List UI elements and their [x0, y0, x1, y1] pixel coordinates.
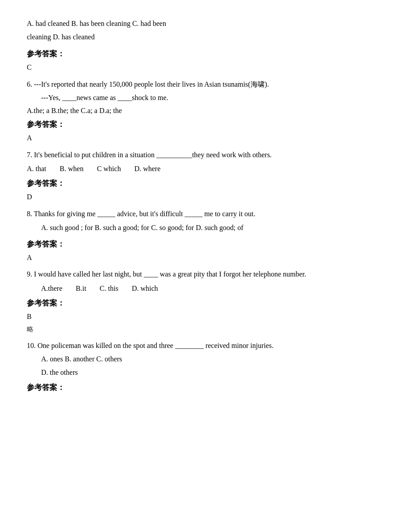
- q8-section: 8. Thanks for giving me _____ advice, bu…: [27, 208, 384, 264]
- q9-answer-label: 参考答案：: [27, 297, 384, 309]
- q7-option-d: D. where: [134, 163, 161, 175]
- q9-note: 略: [27, 324, 384, 335]
- q5-section: A. had cleaned B. has been cleaning C. h…: [27, 18, 384, 42]
- q7-option-c: C which: [97, 163, 121, 175]
- q6-section: 6. ---It's reported that nearly 150,000 …: [27, 79, 384, 144]
- q10-options-line2: D. the others: [41, 367, 384, 378]
- q9-section: 9. I would have called her last night, b…: [27, 268, 384, 335]
- q9-option-b: B.it: [76, 283, 87, 294]
- q8-answer-label: 参考答案：: [27, 238, 384, 250]
- q6-answer-label: 参考答案：: [27, 118, 384, 130]
- q9-option-d: D. which: [132, 283, 158, 294]
- q5-answer-value: C: [27, 62, 384, 73]
- q9-option-a: A.there: [41, 283, 63, 294]
- q7-option-a: A. that: [27, 163, 46, 175]
- q5-answer-section: 参考答案： C: [27, 48, 384, 73]
- q7-option-b: B. when: [60, 163, 84, 175]
- q7-options-row: A. that B. when C which D. where: [27, 163, 384, 175]
- q8-question: 8. Thanks for giving me _____ advice, bu…: [27, 208, 384, 220]
- q10-section: 10. One policeman was killed on the spot…: [27, 340, 384, 394]
- q7-answer-value: D: [27, 191, 384, 203]
- q6-sub1: ---Yes, ____news came as ____shock to me…: [41, 92, 384, 104]
- q8-options: A. such good ; for B. such a good; for C…: [41, 222, 384, 234]
- q6-question: 6. ---It's reported that nearly 150,000 …: [27, 79, 384, 90]
- q7-question: 7. It's beneficial to put children in a …: [27, 149, 384, 161]
- q5-answer-label: 参考答案：: [27, 48, 384, 60]
- q9-option-c: C. this: [100, 283, 118, 294]
- q5-options-line1: A. had cleaned B. has been cleaning C. h…: [27, 18, 384, 29]
- q9-options-row: A.there B.it C. this D. which: [41, 283, 384, 294]
- q6-answer-value: A: [27, 132, 384, 144]
- q7-section: 7. It's beneficial to put children in a …: [27, 149, 384, 203]
- q10-answer-label: 参考答案：: [27, 381, 384, 394]
- q10-question: 10. One policeman was killed on the spot…: [27, 340, 384, 352]
- q9-answer-value: B: [27, 311, 384, 323]
- q9-question: 9. I would have called her last night, b…: [27, 268, 384, 280]
- q7-answer-label: 参考答案：: [27, 177, 384, 189]
- q5-options-line2: cleaning D. has cleaned: [27, 31, 384, 43]
- q10-options-line1: A. ones B. another C. others: [41, 353, 384, 365]
- q8-answer-value: A: [27, 252, 384, 264]
- q6-options: A.the; a B.the; the C.a; a D.a; the: [27, 105, 384, 117]
